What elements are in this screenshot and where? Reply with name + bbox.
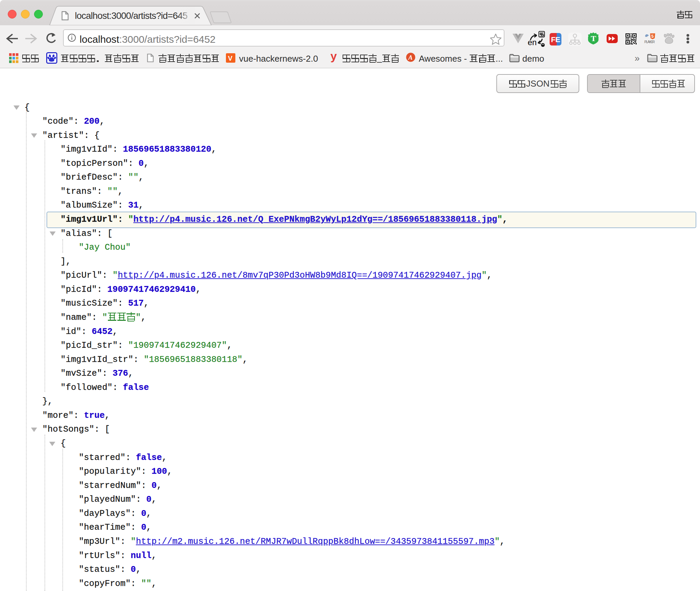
svg-text:A: A	[408, 54, 413, 61]
svg-text:PLAYER: PLAYER	[644, 40, 655, 44]
svg-text:5: 5	[651, 34, 654, 39]
svg-text:F: F	[551, 35, 555, 44]
svg-text:V: V	[228, 55, 233, 62]
svg-text:y: y	[330, 51, 337, 62]
svg-text:T: T	[591, 34, 596, 43]
svg-text:E: E	[555, 35, 560, 44]
